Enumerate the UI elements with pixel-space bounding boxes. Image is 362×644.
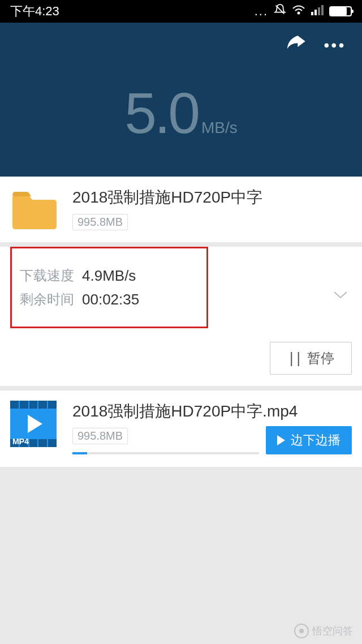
speed-label: 下载速度 — [20, 267, 82, 285]
progress-bar — [72, 452, 259, 454]
svg-rect-2 — [314, 10, 317, 15]
folder-icon — [10, 187, 57, 232]
watermark-text: 悟空问答 — [312, 624, 353, 638]
folder-size-badge: 995.8MB — [72, 214, 128, 230]
video-file-icon: MP4 — [10, 401, 57, 447]
status-bar: 下午4:23 ... — [0, 0, 362, 23]
pause-button[interactable]: || 暂停 — [270, 342, 352, 375]
speed-unit: MB/s — [201, 119, 238, 137]
speed-row: 下载速度 4.9MB/s — [20, 267, 199, 285]
file-type-label: MP4 — [12, 437, 29, 446]
share-icon[interactable] — [285, 33, 307, 58]
file-title: 2018强制措施HD720P中字.mp4 — [72, 401, 352, 422]
svg-rect-1 — [311, 12, 313, 15]
detail-highlight-box: 下载速度 4.9MB/s 剩余时间 00:02:35 — [10, 247, 208, 328]
folder-card[interactable]: 2018强制措施HD720P中字 995.8MB — [0, 177, 362, 242]
watermark: 悟空问答 — [294, 624, 353, 638]
speed-display: 5.0 MB/s — [0, 80, 362, 147]
mute-icon — [274, 3, 286, 19]
speed-value: 5.0 — [124, 80, 198, 147]
time-value: 00:02:35 — [82, 291, 139, 308]
folder-title: 2018强制措施HD720P中字 — [72, 187, 262, 208]
svg-rect-4 — [321, 5, 324, 15]
pause-icon: || — [287, 350, 301, 366]
file-size-badge: 995.8MB — [72, 428, 128, 444]
play-while-download-button[interactable]: 边下边播 — [266, 426, 352, 454]
play-icon — [277, 435, 285, 445]
status-right: ... — [255, 3, 352, 19]
svg-point-0 — [298, 12, 300, 14]
play-label: 边下边播 — [291, 432, 341, 449]
chevron-down-icon[interactable] — [333, 290, 348, 302]
pause-label: 暂停 — [307, 349, 334, 367]
more-icon[interactable]: ••• — [324, 37, 346, 54]
speed-detail-value: 4.9MB/s — [82, 267, 136, 285]
svg-rect-3 — [318, 7, 320, 15]
battery-icon — [329, 6, 352, 16]
status-dots-icon: ... — [255, 4, 268, 19]
hero-section: ••• 5.0 MB/s — [0, 23, 362, 177]
signal-icon — [311, 4, 324, 19]
file-card[interactable]: MP4 2018强制措施HD720P中字.mp4 995.8MB 边下边播 — [0, 390, 362, 467]
wifi-icon — [292, 4, 305, 19]
status-time: 下午4:23 — [10, 3, 59, 20]
time-row: 剩余时间 00:02:35 — [20, 290, 199, 308]
detail-card: 下载速度 4.9MB/s 剩余时间 00:02:35 || 暂停 — [0, 247, 362, 386]
time-label: 剩余时间 — [20, 290, 82, 308]
watermark-icon — [294, 624, 309, 638]
